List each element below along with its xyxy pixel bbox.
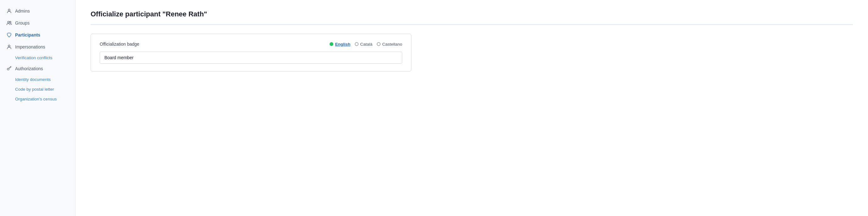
lang-label-english: English — [335, 42, 350, 47]
lang-label-catala: Català — [360, 42, 372, 47]
sidebar-item-code-by-postal-letter[interactable]: Code by postal letter — [0, 84, 75, 94]
sidebar-item-impersonations[interactable]: Impersonations — [0, 41, 75, 53]
sidebar-label-organizations-census: Organization's census — [15, 97, 57, 101]
impersonate-icon — [6, 44, 12, 50]
svg-point-4 — [7, 68, 9, 70]
radio-catala — [355, 42, 359, 46]
sidebar-label-authorizations: Authorizations — [15, 66, 43, 71]
svg-point-3 — [8, 45, 10, 47]
sidebar-item-identity-documents[interactable]: Identity documents — [0, 75, 75, 84]
sidebar-item-admins[interactable]: Admins — [0, 5, 75, 17]
sidebar-label-code-by-postal-letter: Code by postal letter — [15, 87, 54, 91]
key-icon — [6, 66, 12, 72]
sidebar-label-impersonations: Impersonations — [15, 45, 45, 49]
lang-option-catala[interactable]: Català — [355, 42, 372, 47]
page-title: Officialize participant "Renee Rath" — [91, 10, 853, 18]
badge-input[interactable] — [100, 52, 402, 63]
person-icon — [6, 8, 12, 14]
sidebar-item-organizations-census[interactable]: Organization's census — [0, 94, 75, 104]
radio-castellano — [377, 42, 380, 46]
person-group-icon — [6, 20, 12, 26]
sidebar-item-authorizations[interactable]: Authorizations — [0, 63, 75, 75]
sidebar-label-groups: Groups — [15, 21, 30, 26]
sidebar: Admins Groups Participants Impersonation… — [0, 0, 75, 216]
radio-english — [330, 42, 333, 46]
sidebar-label-identity-documents: Identity documents — [15, 77, 51, 82]
badge-label: Officialization badge — [100, 42, 139, 47]
lang-label-castellano: Castellano — [382, 42, 402, 47]
officialize-card: Officialization badge English Català Cas… — [91, 34, 411, 72]
sidebar-label-participants: Participants — [15, 32, 40, 37]
card-header: Officialization badge English Català Cas… — [100, 42, 402, 47]
sidebar-label-admins: Admins — [15, 8, 30, 14]
sidebar-item-groups[interactable]: Groups — [0, 17, 75, 29]
heart-icon — [6, 32, 12, 38]
divider — [91, 25, 853, 25]
sidebar-item-participants[interactable]: Participants — [0, 29, 75, 41]
svg-point-2 — [10, 21, 11, 23]
sidebar-item-verification-conflicts[interactable]: Verification conflicts — [0, 53, 75, 63]
lang-option-english[interactable]: English — [330, 42, 350, 47]
sidebar-label-verification-conflicts: Verification conflicts — [15, 55, 53, 60]
main-content: Officialize participant "Renee Rath" Off… — [75, 0, 868, 216]
svg-point-1 — [7, 21, 9, 23]
svg-point-0 — [8, 9, 10, 11]
language-selector: English Català Castellano — [330, 42, 402, 47]
lang-option-castellano[interactable]: Castellano — [377, 42, 402, 47]
